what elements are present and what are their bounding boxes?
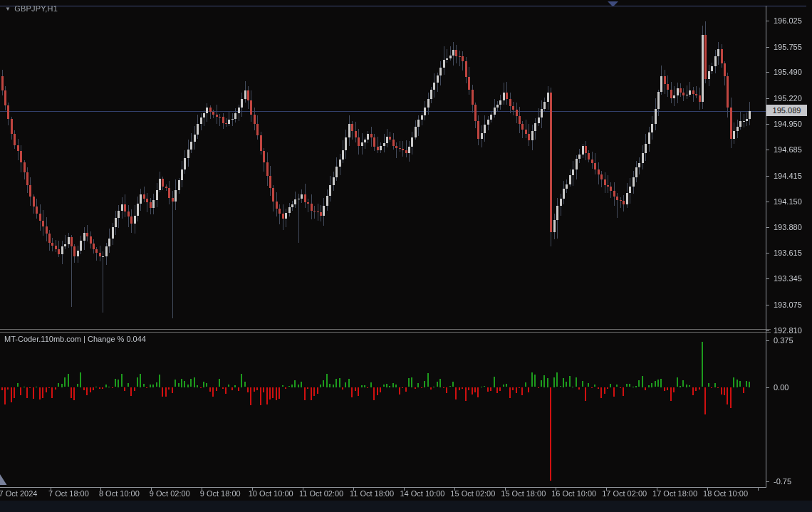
mt4-chart-window: ▼GBPJPY,H1 MT-Coder.110mb.com | Change %…: [0, 0, 812, 512]
price-tick-label: 194.685: [774, 145, 812, 154]
price-tick-label: 193.345: [774, 274, 812, 283]
price-tick-label: 192.810: [774, 326, 812, 335]
price-tick-label: 195.490: [774, 68, 812, 76]
price-tick-label: 194.415: [774, 172, 812, 180]
current-price-badge: 195.089: [766, 105, 807, 116]
indicator-tick-label: -0.75: [774, 477, 812, 486]
main-chart-canvas[interactable]: [0, 0, 812, 512]
price-tick-label: 195.220: [774, 94, 812, 103]
price-tick-label: 193.880: [774, 223, 812, 231]
time-tick-label: 18 Oct 10:00: [694, 489, 758, 498]
indicator-label: MT-Coder.110mb.com | Change % 0.044: [4, 335, 146, 343]
chevron-down-icon: ▼: [5, 6, 11, 12]
price-tick-label: 193.615: [774, 249, 812, 257]
indicator-tick-label: 0.375: [774, 336, 812, 345]
price-tick-label: 194.950: [774, 120, 812, 128]
price-tick-label: 193.075: [774, 301, 812, 309]
price-tick-label: 196.025: [774, 16, 812, 25]
price-tick-label: 194.150: [774, 197, 812, 206]
indicator-tick-label: 0.00: [774, 383, 812, 392]
symbol-timeframe-text: GBPJPY,H1: [14, 4, 58, 13]
symbol-timeframe-label: ▼GBPJPY,H1: [5, 4, 58, 13]
price-tick-label: 195.755: [774, 43, 812, 51]
window-bottom-strip: [0, 501, 812, 512]
